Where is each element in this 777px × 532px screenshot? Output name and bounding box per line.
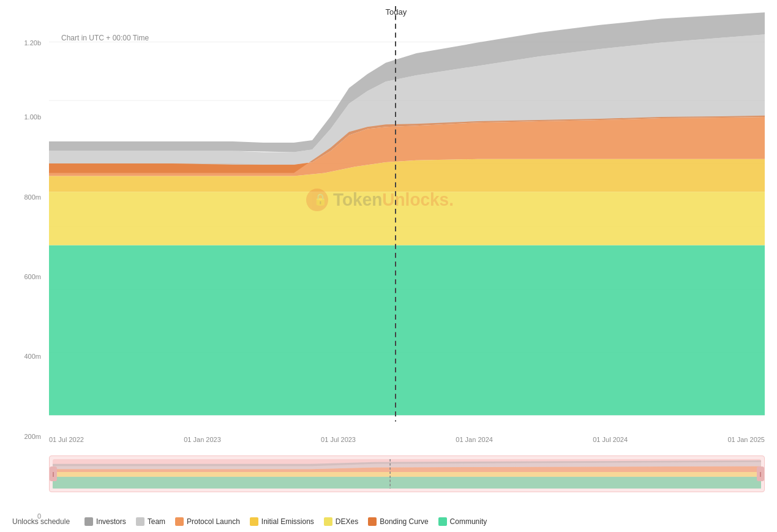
y-label-200m: 200m [24,433,41,440]
y-axis: 1.20b 1.00b 800m 600m 400m 200m 0 [0,0,46,532]
scrollbar-track [53,459,761,489]
y-label-600m: 600m [24,273,41,280]
scrollbar-handle-left[interactable]: ‖ [50,466,57,481]
x-label-3: 01 Jan 2024 [456,436,493,443]
svg-text:🔒: 🔒 [313,193,328,206]
legend-color-bonding-curve [368,517,377,526]
legend-item-initial-emissions: Initial Emissions [250,517,314,526]
legend-text-bonding-curve: Bonding Curve [380,517,428,526]
legend-text-team: Team [148,517,165,526]
legend-color-team [136,517,145,526]
legend-text-initial-emissions: Initial Emissions [261,517,314,526]
legend-color-dexes [324,517,332,526]
legend-title: Unlocks schedule [12,517,70,526]
x-label-2: 01 Jul 2023 [321,436,356,443]
scrollbar-preview [53,459,761,489]
x-label-0: 01 Jul 2022 [49,436,84,443]
legend-text-protocol-launch: Protocol Launch [187,517,240,526]
y-label-100b: 1.00b [24,113,41,121]
legend-color-investors [84,517,93,526]
legend-item-team: Team [136,517,165,526]
legend-item-community: Community [438,517,487,526]
scrollbar-container[interactable]: ‖ ‖ [49,455,765,492]
chart-subtitle: Chart in UTC + 00:00 Time [61,34,149,42]
legend-color-initial-emissions [250,517,258,526]
x-label-5: 01 Jan 2025 [727,436,765,443]
x-label-4: 01 Jul 2024 [593,436,628,443]
svg-text:TokenUnlocks.: TokenUnlocks. [333,190,454,209]
legend-item-bonding-curve: Bonding Curve [368,517,428,526]
legend-color-protocol-launch [175,517,184,526]
x-axis-labels: 01 Jul 2022 01 Jan 2023 01 Jul 2023 01 J… [49,436,765,443]
legend-item-protocol-launch: Protocol Launch [175,517,240,526]
legend-text-investors: Investors [96,517,126,526]
scrollbar-handle-right[interactable]: ‖ [757,466,764,481]
legend-color-community [438,517,447,526]
y-label-120b: 1.20b [24,39,41,47]
x-label-1: 01 Jan 2023 [184,436,221,443]
legend: Unlocks schedule Investors Team Protocol… [12,517,765,526]
legend-text-community: Community [450,517,487,526]
legend-item-dexes: DEXes [324,517,358,526]
y-label-400m: 400m [24,353,41,360]
y-label-800m: 800m [24,193,41,201]
main-chart-svg: 🔒 TokenUnlocks. [49,6,765,434]
chart-container: 1.20b 1.00b 800m 600m 400m 200m 0 [0,0,777,532]
legend-item-investors: Investors [84,517,126,526]
today-label: Today [386,7,407,17]
legend-text-dexes: DEXes [336,517,358,526]
